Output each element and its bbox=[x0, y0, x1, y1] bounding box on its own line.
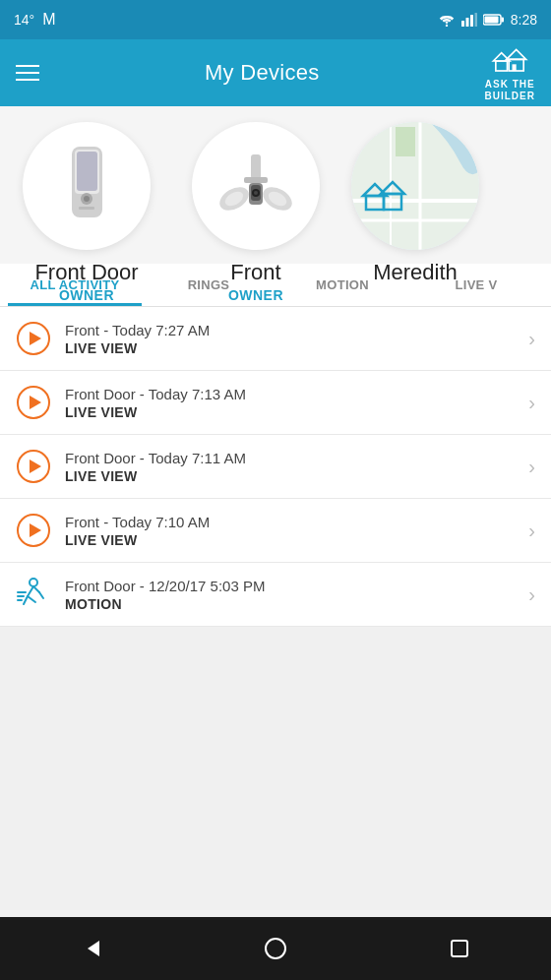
svg-marker-10 bbox=[507, 49, 526, 59]
tab-rings[interactable]: RINGS bbox=[142, 264, 276, 306]
play-icon-3 bbox=[16, 449, 51, 484]
doorbell-icon bbox=[60, 142, 114, 230]
activity-title-2: Front Door - Today 7:13 AM bbox=[65, 386, 520, 402]
activity-item[interactable]: Front - Today 7:27 AM LIVE VIEW › bbox=[0, 307, 551, 371]
home-icon bbox=[264, 937, 287, 960]
tab-all-activity[interactable]: ALL ACTIVITY bbox=[8, 264, 142, 306]
svg-line-40 bbox=[28, 586, 33, 596]
recent-apps-icon bbox=[449, 938, 470, 959]
chevron-right-icon-2: › bbox=[528, 392, 535, 414]
back-icon bbox=[80, 937, 103, 960]
svg-line-42 bbox=[28, 596, 35, 602]
activity-type-5: MOTION bbox=[65, 596, 520, 612]
svg-line-44 bbox=[39, 592, 43, 598]
play-icon-1 bbox=[16, 321, 51, 356]
activity-type-1: LIVE VIEW bbox=[65, 340, 520, 356]
status-bar: 14° M 8:28 bbox=[0, 0, 551, 39]
activity-type-2: LIVE VIEW bbox=[65, 404, 520, 420]
activity-type-3: LIVE VIEW bbox=[65, 468, 520, 484]
svg-rect-7 bbox=[501, 18, 504, 23]
motion-icon-1 bbox=[16, 577, 51, 612]
activity-type-4: LIVE VIEW bbox=[65, 532, 520, 548]
clock: 8:28 bbox=[511, 12, 537, 28]
chevron-right-icon-5: › bbox=[528, 583, 535, 606]
activity-item[interactable]: Front Door - Today 7:11 AM LIVE VIEW › bbox=[0, 435, 551, 499]
devices-section: Front Door OWNER Front OWNER bbox=[0, 106, 551, 264]
activity-content-4: Front - Today 7:10 AM LIVE VIEW bbox=[65, 514, 520, 548]
svg-rect-4 bbox=[474, 13, 477, 27]
svg-rect-19 bbox=[251, 154, 261, 179]
temperature: 14° bbox=[14, 12, 34, 28]
signal-icon bbox=[461, 13, 477, 27]
logo-house-icon bbox=[485, 43, 534, 79]
svg-rect-20 bbox=[244, 177, 268, 183]
svg-rect-11 bbox=[509, 59, 523, 71]
device-image-front-door bbox=[23, 122, 151, 250]
device-image-meredith bbox=[351, 122, 479, 250]
map-svg bbox=[351, 122, 479, 250]
activity-content-1: Front - Today 7:27 AM LIVE VIEW bbox=[65, 322, 520, 356]
svg-point-0 bbox=[446, 25, 448, 27]
svg-rect-34 bbox=[396, 127, 415, 156]
svg-rect-3 bbox=[470, 15, 473, 27]
svg-line-43 bbox=[33, 586, 39, 592]
play-icon-4 bbox=[16, 513, 51, 548]
tab-live-v[interactable]: LIVE V bbox=[409, 264, 543, 306]
svg-rect-12 bbox=[513, 64, 517, 71]
tab-motion[interactable]: MOTION bbox=[276, 264, 409, 306]
activity-content-5: Front Door - 12/20/17 5:03 PM MOTION bbox=[65, 578, 520, 612]
wifi-icon bbox=[438, 13, 456, 27]
chevron-right-icon-1: › bbox=[528, 328, 535, 350]
device-image-front bbox=[192, 122, 320, 250]
recent-apps-button[interactable] bbox=[430, 929, 489, 968]
menu-button[interactable] bbox=[16, 65, 39, 81]
activity-content-2: Front Door - Today 7:13 AM LIVE VIEW bbox=[65, 386, 520, 420]
svg-rect-9 bbox=[496, 61, 508, 71]
svg-line-41 bbox=[24, 596, 28, 604]
runner-icon bbox=[16, 577, 51, 612]
battery-icon bbox=[483, 14, 505, 26]
chevron-right-icon-4: › bbox=[528, 520, 535, 542]
ask-the-builder-logo: ASK THEBUILDER bbox=[485, 43, 535, 102]
page-title: My Devices bbox=[205, 60, 320, 86]
svg-point-17 bbox=[84, 196, 90, 202]
activity-item[interactable]: Front Door - 12/20/17 5:03 PM MOTION › bbox=[0, 563, 551, 627]
activity-content-3: Front Door - Today 7:11 AM LIVE VIEW bbox=[65, 450, 520, 484]
status-right: 8:28 bbox=[438, 12, 537, 28]
activity-title-1: Front - Today 7:27 AM bbox=[65, 322, 520, 338]
svg-marker-48 bbox=[88, 941, 99, 956]
app-header: My Devices ASK THEBUILDER bbox=[0, 39, 551, 106]
svg-point-49 bbox=[266, 939, 285, 958]
play-icon-2 bbox=[16, 385, 51, 420]
logo-text: ASK THEBUILDER bbox=[485, 79, 535, 102]
svg-rect-18 bbox=[79, 207, 94, 210]
svg-point-39 bbox=[30, 579, 37, 586]
activity-item[interactable]: Front - Today 7:10 AM LIVE VIEW › bbox=[0, 499, 551, 563]
svg-rect-15 bbox=[77, 152, 97, 191]
back-button[interactable] bbox=[62, 929, 121, 968]
activity-item[interactable]: Front Door - Today 7:13 AM LIVE VIEW › bbox=[0, 371, 551, 435]
activity-title-5: Front Door - 12/20/17 5:03 PM bbox=[65, 578, 520, 594]
activity-title-4: Front - Today 7:10 AM bbox=[65, 514, 520, 530]
bottom-navigation bbox=[0, 917, 551, 980]
home-button[interactable] bbox=[246, 929, 305, 968]
status-left: 14° M bbox=[14, 11, 56, 29]
svg-point-28 bbox=[254, 191, 258, 195]
activity-title-3: Front Door - Today 7:11 AM bbox=[65, 450, 520, 466]
svg-rect-6 bbox=[484, 17, 498, 24]
svg-rect-1 bbox=[461, 21, 464, 27]
map-background bbox=[351, 122, 479, 250]
svg-rect-50 bbox=[452, 941, 467, 956]
activity-list: Front - Today 7:27 AM LIVE VIEW › Front … bbox=[0, 307, 551, 913]
activity-tabs: ALL ACTIVITY RINGS MOTION LIVE V bbox=[0, 264, 551, 307]
chevron-right-icon-3: › bbox=[528, 456, 535, 478]
gmail-icon: M bbox=[42, 11, 55, 29]
svg-rect-2 bbox=[465, 18, 468, 27]
floodlight-icon bbox=[216, 150, 295, 223]
